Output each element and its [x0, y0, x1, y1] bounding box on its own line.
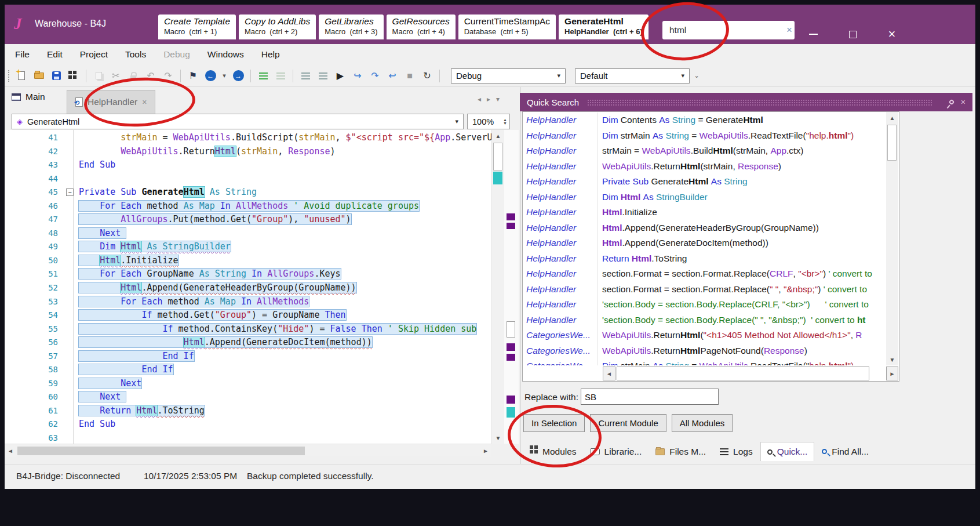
- menu-item-tools[interactable]: Tools: [125, 49, 146, 60]
- step-into-icon[interactable]: ↪: [351, 69, 365, 83]
- menu-item-project[interactable]: Project: [80, 49, 108, 60]
- code-line-44[interactable]: 44: [5, 172, 491, 186]
- code-line-59[interactable]: 59 Next: [5, 377, 491, 391]
- code-line-49[interactable]: 49 Dim Html As StringBuilder: [5, 240, 491, 254]
- search-result-row-5[interactable]: HelpHandlerPrivate Sub GenerateHtml As S…: [523, 174, 884, 190]
- search-result-row-6[interactable]: HelpHandlerDim Html As StringBuilder: [523, 190, 884, 205]
- search-input[interactable]: [668, 24, 786, 36]
- panel-drag-texture[interactable]: [587, 99, 933, 106]
- sub-selector-dropdown[interactable]: ◈ GenerateHtml ▾: [12, 114, 464, 129]
- results-vertical-scrollbar[interactable]: ▲ ▼: [886, 112, 898, 365]
- code-line-45[interactable]: 45−Private Sub GenerateHtml As String: [5, 186, 491, 199]
- code-line-63[interactable]: 63: [5, 431, 491, 444]
- bottom-tab-find-all[interactable]: Find All...: [815, 442, 875, 461]
- results-horizontal-scrollbar[interactable]: [617, 367, 869, 380]
- minimize-button[interactable]: [800, 26, 826, 43]
- code-line-55[interactable]: 55 If method.ContainsKey("Hide") = False…: [5, 322, 491, 336]
- macro-tab-getresources[interactable]: GetResourcesMacro (ctrl + 4): [387, 14, 456, 39]
- in-selection-button[interactable]: In Selection: [523, 414, 585, 432]
- bottom-tab-quick-search[interactable]: Quick...: [760, 442, 815, 461]
- navigate-back-icon[interactable]: ←: [203, 69, 217, 83]
- scrollbar-thumb[interactable]: [17, 447, 305, 455]
- tab-scroll-left-icon[interactable]: ◂: [478, 95, 481, 103]
- tab-helphandler[interactable]: HelpHandler ×: [67, 90, 155, 114]
- code-line-56[interactable]: 56 Html.Append(GenerateDocItem(method)): [5, 336, 491, 350]
- search-result-row-10[interactable]: HelpHandlerReturn Html.ToString: [523, 251, 884, 267]
- search-result-row-17[interactable]: CategoriesWe...Dim strMain As String = W…: [523, 358, 884, 365]
- code-line-47[interactable]: 47 AllGroups.Put(method.Get("Group"), "u…: [5, 213, 491, 227]
- stop-icon[interactable]: ■: [403, 69, 417, 83]
- search-result-row-3[interactable]: HelpHandlerstrMain = WebApiUtils.BuildHt…: [523, 143, 884, 159]
- code-editor[interactable]: 41 strMain = WebApiUtils.BuildScript(str…: [5, 130, 491, 444]
- search-result-row-15[interactable]: CategoriesWe...WebApiUtils.ReturnHtml("<…: [523, 328, 884, 343]
- code-line-52[interactable]: 52 Html.Append(GenerateHeaderByGroup(Gro…: [5, 281, 491, 295]
- code-line-60[interactable]: 60 Next: [5, 390, 491, 404]
- code-line-61[interactable]: 61 Return Html.ToString: [5, 404, 491, 418]
- bookmark-icon[interactable]: ⚑: [186, 69, 200, 83]
- search-result-row-9[interactable]: HelpHandlerHtml.Append(GenerateDocItem(m…: [523, 235, 884, 251]
- zoom-spinner-icons[interactable]: ▲▼: [503, 118, 507, 125]
- bottom-tab-libraries[interactable]: Librarie...: [584, 442, 649, 461]
- code-line-54[interactable]: 54 If method.Get("Group") = GroupName Th…: [5, 309, 491, 322]
- code-line-58[interactable]: 58 End If: [5, 363, 491, 377]
- back-history-caret[interactable]: ▾: [221, 69, 228, 83]
- macro-tab-currenttimestampac[interactable]: CurrentTimeStampAcDatabase (ctrl + 5): [458, 14, 556, 39]
- tab-close-icon[interactable]: ×: [142, 97, 147, 107]
- code-line-46[interactable]: 46 For Each method As Map In AllMethods …: [5, 199, 491, 213]
- code-line-43[interactable]: 43End Sub: [5, 158, 491, 172]
- save-icon[interactable]: [49, 69, 63, 83]
- tab-main[interactable]: Main: [12, 92, 45, 102]
- zoom-selector[interactable]: 100% ▲▼: [467, 114, 510, 129]
- editor-vertical-scrollbar[interactable]: ▲ ▼: [491, 130, 504, 444]
- macro-tab-getlibraries[interactable]: GetLibrariesMacro (ctrl + 3): [319, 14, 383, 39]
- restart-icon[interactable]: ↻: [420, 69, 434, 83]
- search-result-row-4[interactable]: HelpHandlerWebApiUtils.ReturnHtml(strMai…: [523, 159, 884, 175]
- search-result-row-13[interactable]: HelpHandler'section.Body = section.Body.…: [523, 297, 884, 313]
- replace-input[interactable]: [581, 389, 719, 405]
- code-line-62[interactable]: 62End Sub: [5, 418, 491, 431]
- fold-collapse-icon[interactable]: −: [66, 188, 74, 196]
- scroll-right-icon[interactable]: ►: [480, 445, 491, 457]
- code-line-51[interactable]: 51 For Each GroupName As String In AllGr…: [5, 267, 491, 281]
- close-button[interactable]: ×: [879, 26, 905, 43]
- new-file-icon[interactable]: [14, 69, 28, 83]
- tab-scroll-right-icon[interactable]: ▸: [487, 95, 490, 103]
- menu-item-help[interactable]: Help: [261, 49, 280, 60]
- editor-horizontal-scrollbar[interactable]: ◄ ►: [5, 444, 491, 456]
- scrollbar-thumb[interactable]: [887, 125, 897, 161]
- current-module-button[interactable]: Current Module: [590, 414, 666, 432]
- code-line-42[interactable]: 42 WebApiUtils.ReturnHtml(strMain, Respo…: [5, 145, 491, 159]
- scroll-up-icon[interactable]: ▲: [492, 130, 504, 142]
- search-result-row-7[interactable]: HelpHandlerHtml.Initialize: [523, 205, 884, 220]
- macro-tab-generatehtml[interactable]: GenerateHtmlHelpHandler (ctrl + 6): [559, 14, 649, 39]
- search-result-row-16[interactable]: CategoriesWe...WebApiUtils.ReturnHtmlPag…: [523, 343, 884, 359]
- search-result-row-2[interactable]: HelpHandlerDim strMain As String = WebAp…: [523, 128, 884, 144]
- search-result-row-11[interactable]: HelpHandlersection.Format = section.Form…: [523, 266, 884, 282]
- search-result-row-14[interactable]: HelpHandler'section.Body = section.Body.…: [523, 313, 884, 328]
- outdent-icon[interactable]: [298, 69, 312, 83]
- search-result-row-1[interactable]: HelpHandlerDim Contents As String = Gene…: [523, 113, 884, 128]
- search-result-row-8[interactable]: HelpHandlerHtml.Append(GenerateHeaderByG…: [523, 220, 884, 236]
- results-scroll-right-icon[interactable]: ►: [886, 367, 898, 380]
- navigate-forward-icon[interactable]: →: [231, 69, 245, 83]
- search-result-row-12[interactable]: HelpHandlersection.Format = section.Form…: [523, 282, 884, 298]
- scrollbar-thumb[interactable]: [493, 143, 502, 171]
- scroll-up-icon[interactable]: ▲: [886, 112, 898, 124]
- open-file-icon[interactable]: [32, 69, 46, 83]
- bottom-tab-files[interactable]: Files M...: [649, 442, 712, 461]
- code-line-57[interactable]: 57 End If: [5, 350, 491, 364]
- comment-icon[interactable]: [256, 69, 270, 83]
- results-scroll-left-icon[interactable]: ◄: [603, 367, 615, 380]
- indent-icon[interactable]: [316, 69, 330, 83]
- ide-search-box[interactable]: ×: [662, 21, 795, 39]
- panel-close-icon[interactable]: ×: [961, 97, 966, 107]
- macro-tab-create template[interactable]: Create TemplateMacro (ctrl + 1): [158, 14, 236, 39]
- clear-search-icon[interactable]: ×: [786, 24, 792, 36]
- toolbar-overflow-icon[interactable]: ⌄: [693, 69, 700, 83]
- menu-item-edit[interactable]: Edit: [47, 49, 63, 60]
- code-line-41[interactable]: 41 strMain = WebApiUtils.BuildScript(str…: [5, 131, 491, 145]
- step-over-icon[interactable]: ↷: [368, 69, 382, 83]
- menu-item-file[interactable]: File: [15, 49, 30, 60]
- tab-list-icon[interactable]: ▾: [496, 95, 500, 103]
- scroll-down-icon[interactable]: ▼: [492, 432, 504, 444]
